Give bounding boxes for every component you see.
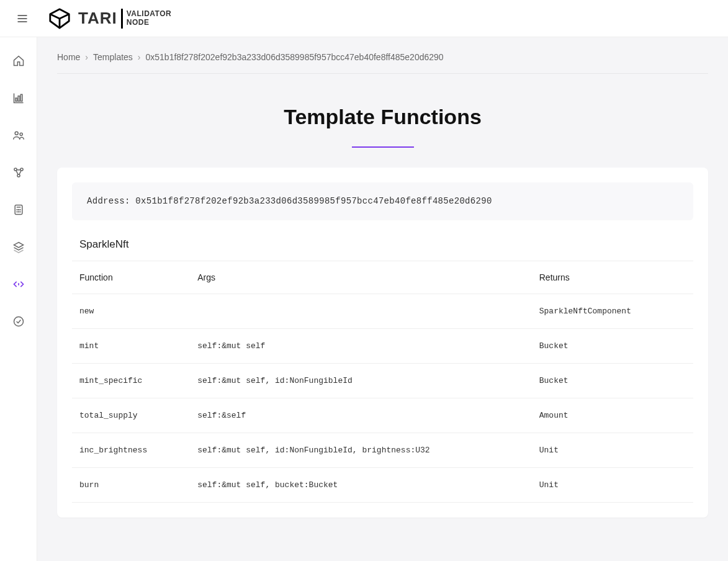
svg-rect-5 [20, 94, 22, 101]
th-function: Function [72, 261, 190, 294]
logo-sub1: VALIDATOR [127, 10, 172, 18]
main-content: Home › Templates › 0x51b1f8f278f202ef92b… [37, 37, 728, 561]
hamburger-icon [16, 12, 29, 25]
svg-point-14 [18, 210, 19, 210]
sidebar [0, 37, 37, 561]
cell-args: self:&mut self, id:NonFungibleId [190, 364, 532, 398]
cell-ret: Amount [532, 398, 693, 433]
cell-fn: inc_brightness [72, 433, 190, 468]
breadcrumb-home[interactable]: Home [57, 52, 80, 62]
logo-brand: TARI [78, 9, 117, 28]
svg-point-15 [20, 210, 20, 210]
breadcrumb-sep: › [138, 52, 141, 62]
address-label: Address: [87, 196, 130, 206]
sidebar-item-connections[interactable] [7, 161, 30, 184]
cell-ret: Unit [532, 433, 693, 468]
cell-ret: SparkleNftComponent [532, 294, 693, 329]
address-value: 0x51b1f8f278f202ef92b3a233d06d3589985f95… [135, 196, 492, 206]
table-row: mint_specific self:&mut self, id:NonFung… [72, 364, 693, 398]
network-icon [12, 166, 25, 179]
topbar: TARI VALIDATOR NODE [0, 0, 728, 37]
calculator-icon [12, 204, 25, 216]
table-row: new SparkleNftComponent [72, 294, 693, 329]
cell-args: self:&mut self, id:NonFungibleId, bright… [190, 433, 532, 468]
svg-point-7 [20, 133, 22, 135]
title-underline [352, 146, 414, 148]
breadcrumb-templates[interactable]: Templates [93, 52, 133, 62]
logo-divider [121, 9, 123, 29]
cell-ret: Bucket [532, 364, 693, 398]
cell-fn: total_supply [72, 398, 190, 433]
breadcrumb-sep: › [85, 52, 88, 62]
logo[interactable]: TARI VALIDATOR NODE [47, 6, 171, 31]
tari-logo-icon [47, 6, 72, 31]
svg-rect-3 [16, 98, 17, 101]
breadcrumb-current: 0x51b1f8f278f202ef92b3a233d06d3589985f95… [146, 52, 444, 62]
cell-args: self:&mut self [190, 329, 532, 364]
table-row: inc_brightness self:&mut self, id:NonFun… [72, 433, 693, 468]
template-card: Address: 0x51b1f8f278f202ef92b3a233d06d3… [57, 168, 708, 518]
svg-point-13 [17, 210, 17, 210]
sidebar-item-committees[interactable] [7, 124, 30, 146]
home-icon [12, 55, 25, 67]
breadcrumb: Home › Templates › 0x51b1f8f278f202ef92b… [57, 52, 708, 74]
template-name: SparkleNft [72, 238, 693, 261]
sidebar-item-templates[interactable] [7, 273, 30, 295]
users-icon [12, 129, 25, 141]
table-row: total_supply self:&self Amount [72, 398, 693, 433]
th-returns: Returns [532, 261, 693, 294]
sidebar-item-home[interactable] [7, 50, 30, 72]
cell-ret: Unit [532, 468, 693, 503]
cell-args [190, 294, 532, 329]
svg-point-16 [17, 212, 17, 212]
sidebar-item-validators[interactable] [7, 310, 30, 333]
chart-bar-icon [12, 92, 25, 104]
page-title: Template Functions [57, 105, 708, 129]
menu-button[interactable] [10, 6, 35, 31]
cell-fn: burn [72, 468, 190, 503]
sidebar-item-mempool[interactable] [7, 236, 30, 258]
svg-point-17 [18, 212, 19, 212]
cell-ret: Bucket [532, 329, 693, 364]
cell-fn: mint_specific [72, 364, 190, 398]
cell-fn: mint [72, 329, 190, 364]
table-row: burn self:&mut self, bucket:Bucket Unit [72, 468, 693, 503]
address-box: Address: 0x51b1f8f278f202ef92b3a233d06d3… [72, 182, 693, 220]
sidebar-item-fees[interactable] [7, 199, 30, 221]
logo-text: TARI VALIDATOR NODE [78, 9, 171, 29]
cell-args: self:&self [190, 398, 532, 433]
page-title-section: Template Functions [57, 105, 708, 148]
logo-sub2: NODE [127, 19, 172, 27]
svg-point-19 [14, 317, 23, 326]
svg-rect-4 [18, 96, 20, 101]
th-args: Args [190, 261, 532, 294]
svg-point-6 [15, 132, 18, 135]
layers-icon [12, 241, 25, 253]
cell-fn: new [72, 294, 190, 329]
functions-table: Function Args Returns new SparkleNftComp… [72, 261, 693, 503]
code-icon [12, 278, 25, 290]
svg-point-18 [20, 212, 20, 212]
sidebar-item-blocks[interactable] [7, 87, 30, 109]
check-circle-icon [12, 315, 25, 328]
table-row: mint self:&mut self Bucket [72, 329, 693, 364]
cell-args: self:&mut self, bucket:Bucket [190, 468, 532, 503]
